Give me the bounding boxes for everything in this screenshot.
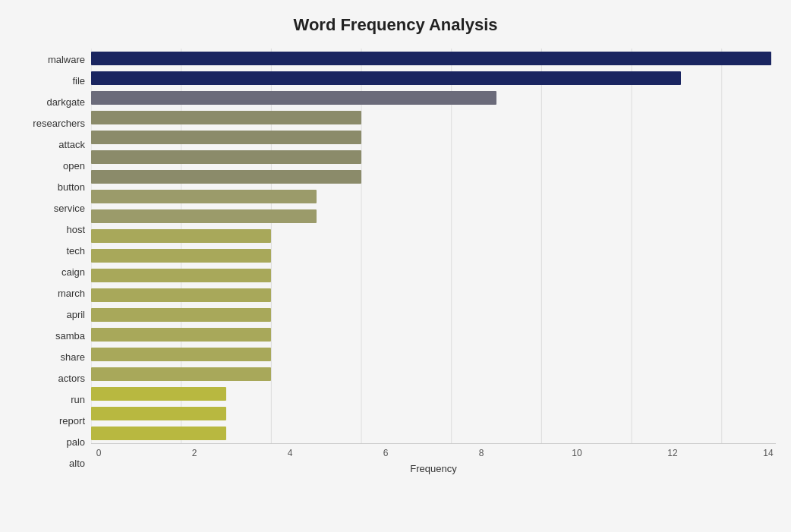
x-tick: 2 bbox=[187, 448, 202, 458]
bar-april bbox=[91, 288, 271, 303]
bar-row-actors bbox=[91, 345, 776, 364]
y-label-run: run bbox=[71, 395, 85, 405]
y-label-actors: actors bbox=[58, 373, 85, 383]
bar-row-file bbox=[91, 68, 776, 88]
y-label-service: service bbox=[54, 203, 85, 213]
bar-row-april bbox=[91, 285, 776, 305]
bar-actors bbox=[91, 348, 271, 362]
x-tick: 8 bbox=[474, 448, 489, 458]
y-label-march: march bbox=[58, 288, 85, 298]
bar-row-researchers bbox=[91, 108, 776, 127]
x-axis: 02468101214 bbox=[91, 443, 776, 458]
chart-title: Word Frequency Analysis bbox=[15, 15, 776, 35]
y-axis-labels: malwarefiledarkgateresearchersattackopen… bbox=[15, 49, 91, 474]
bar-attack bbox=[91, 131, 361, 145]
chart-plot: 02468101214 Frequency bbox=[91, 49, 776, 474]
bar-row-report bbox=[91, 384, 776, 404]
bar-open bbox=[91, 150, 361, 165]
bar-darkgate bbox=[91, 91, 496, 105]
y-label-open: open bbox=[63, 161, 85, 171]
x-tick: 14 bbox=[761, 448, 776, 458]
y-label-caign: caign bbox=[61, 267, 85, 277]
x-axis-label: Frequency bbox=[91, 463, 776, 474]
bar-march bbox=[91, 269, 271, 283]
bar-row-host bbox=[91, 206, 776, 226]
bar-researchers bbox=[91, 111, 361, 125]
bar-row-march bbox=[91, 266, 776, 285]
bar-tech bbox=[91, 229, 271, 244]
bar-row-button bbox=[91, 167, 776, 187]
bar-host bbox=[91, 209, 317, 224]
bar-row-share bbox=[91, 325, 776, 345]
bar-file bbox=[91, 71, 681, 86]
bar-row-attack bbox=[91, 127, 776, 147]
bar-palo bbox=[91, 407, 226, 421]
y-label-palo: palo bbox=[66, 437, 85, 447]
bar-share bbox=[91, 328, 271, 342]
bars-area bbox=[91, 49, 776, 443]
bar-run bbox=[91, 367, 271, 382]
bar-row-service bbox=[91, 187, 776, 206]
y-label-darkgate: darkgate bbox=[46, 97, 85, 107]
chart-container: Word Frequency Analysis malwarefiledarkg… bbox=[0, 0, 791, 532]
bar-row-run bbox=[91, 364, 776, 384]
x-tick: 0 bbox=[91, 448, 106, 458]
bar-row-malware bbox=[91, 49, 776, 68]
bar-report bbox=[91, 387, 226, 401]
bar-row-tech bbox=[91, 226, 776, 246]
chart-inner: malwarefiledarkgateresearchersattackopen… bbox=[15, 49, 776, 474]
y-label-share: share bbox=[60, 352, 85, 362]
y-label-researchers: researchers bbox=[33, 118, 85, 128]
y-label-malware: malware bbox=[48, 55, 85, 65]
bar-row-darkgate bbox=[91, 88, 776, 108]
y-label-button: button bbox=[58, 182, 85, 192]
x-tick: 6 bbox=[378, 448, 393, 458]
y-label-host: host bbox=[66, 225, 85, 235]
y-label-file: file bbox=[72, 76, 85, 86]
bar-row-samba bbox=[91, 305, 776, 325]
bar-caign bbox=[91, 249, 271, 263]
y-label-alto: alto bbox=[69, 458, 85, 468]
bar-row-palo bbox=[91, 404, 776, 423]
bar-row-open bbox=[91, 147, 776, 167]
y-label-tech: tech bbox=[66, 246, 85, 256]
x-tick: 12 bbox=[665, 448, 680, 458]
bar-service bbox=[91, 190, 317, 204]
bar-button bbox=[91, 170, 361, 184]
bar-malware bbox=[91, 52, 771, 66]
bar-row-alto bbox=[91, 423, 776, 443]
y-label-april: april bbox=[66, 310, 85, 320]
bar-samba bbox=[91, 308, 271, 323]
y-label-samba: samba bbox=[55, 331, 85, 341]
y-label-attack: attack bbox=[58, 140, 85, 150]
x-tick: 4 bbox=[282, 448, 298, 458]
y-label-report: report bbox=[59, 416, 85, 426]
bar-row-caign bbox=[91, 246, 776, 266]
x-tick: 10 bbox=[569, 448, 585, 458]
bar-alto bbox=[91, 427, 226, 441]
